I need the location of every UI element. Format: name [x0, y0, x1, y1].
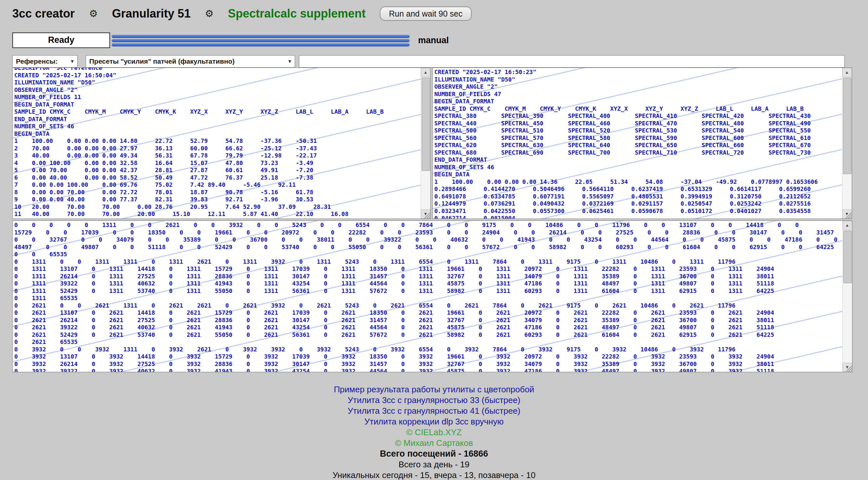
progress-bar: [112, 35, 410, 38]
footer-link-author[interactable]: © Михаил Сартаков: [0, 438, 868, 449]
scroll-up-button[interactable]: ▲: [843, 221, 852, 230]
presets-select[interactable]: Пресеты "усилия" патчей (факультативно) …: [86, 55, 295, 67]
chevron-down-icon: ▼: [70, 56, 75, 67]
progress-bar: [112, 43, 410, 47]
visits-unique: Уникальных сегодня - 15, вчера - 13, поз…: [0, 470, 868, 480]
page-title: 3cc creator: [12, 7, 75, 21]
scroll-thumb[interactable]: [422, 78, 430, 171]
footer-link-cielab[interactable]: © CIELab.XYZ: [0, 427, 868, 438]
references-select[interactable]: Референсы: ▼: [12, 55, 78, 67]
gear-icon: ⚙: [89, 9, 98, 19]
status-ready-box: Ready: [12, 32, 110, 48]
header: 3cc creator ⚙ Granularity 51 ⚙ Spectralc…: [12, 4, 472, 23]
reference-textarea[interactable]: DESCRIPTOR "3cc reference" CREATED "2025…: [12, 67, 431, 219]
footer-link-dlp-correction[interactable]: Утилита коррекции dlp 3сс вручную: [0, 416, 868, 427]
scroll-thumb[interactable]: [843, 78, 851, 174]
scroll-thumb[interactable]: [843, 231, 852, 283]
visits-day: Всего за день - 19: [0, 459, 868, 470]
footer: Пример результата работы утилиты с цвето…: [0, 384, 868, 480]
scroll-up-button[interactable]: ▲: [421, 68, 430, 77]
free-text-input[interactable]: [299, 55, 845, 67]
references-select-label: Референсы:: [16, 58, 58, 65]
progress-bar: [112, 39, 410, 42]
vertical-scrollbar[interactable]: ▲ ▼: [842, 221, 852, 372]
footer-link-proof-example[interactable]: Пример результата работы утилиты с цвето…: [0, 384, 868, 395]
reference-text: DESCRIPTOR "3cc reference" CREATED "2025…: [14, 67, 384, 218]
scroll-up-button[interactable]: ▲: [842, 68, 851, 77]
run-button[interactable]: Run and wait 90 sec: [380, 6, 472, 21]
page: 3cc creator ⚙ Granularity 51 ⚙ Spectralc…: [0, 0, 868, 480]
progress-bars: [112, 35, 410, 48]
presets-select-label: Пресеты "усилия" патчей (факультативно): [89, 58, 235, 65]
spectral-text: CREATED "2025-02-17 16:50:23" ILLUMINATI…: [434, 68, 818, 219]
supplement-title: Spectralcalc supplement: [228, 7, 366, 21]
vertical-scrollbar[interactable]: ▲ ▼: [421, 68, 430, 218]
gear-icon: ⚙: [205, 9, 214, 19]
patches-textarea[interactable]: 0 0 0 0 0 1311 0 0 2621 0 0 3932 0 0 524…: [12, 220, 852, 372]
chevron-down-icon: ▼: [287, 56, 292, 67]
footer-link-granularity-41[interactable]: Утилита 3сс с гранулярностью 41 (быстрее…: [0, 406, 868, 416]
manual-label: manual: [418, 34, 449, 47]
footer-link-granularity-33[interactable]: Утилита 3сс с гранулярностью 33 (быстрее…: [0, 395, 868, 406]
vertical-scrollbar[interactable]: ▲ ▼: [842, 68, 852, 218]
visits-total: Всего посещений - 16866: [0, 449, 868, 459]
spectral-textarea[interactable]: CREATED "2025-02-17 16:50:23" ILLUMINATI…: [432, 67, 852, 219]
granularity-title: Granularity 51: [112, 7, 190, 21]
patches-text: 0 0 0 0 0 1311 0 0 2621 0 0 3932 0 0 524…: [14, 221, 837, 372]
